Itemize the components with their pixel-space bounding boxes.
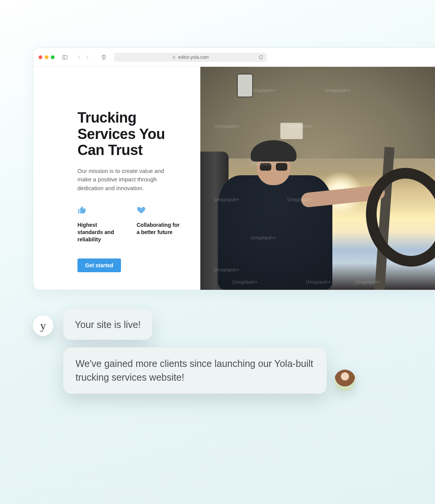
sidebar-toggle-icon[interactable] — [61, 54, 68, 61]
watermark: Unsplash+ — [214, 267, 239, 273]
svg-rect-3 — [173, 57, 175, 59]
cta-label: Get started — [85, 262, 113, 268]
brand-avatar-letter: y — [40, 319, 46, 332]
watermark: Unsplash+ — [232, 279, 258, 285]
get-started-button[interactable]: Get started — [77, 258, 121, 272]
feature-item-collaborating: Collaborating for a better future — [137, 205, 180, 243]
chat-bubble-brand: Your site is live! — [63, 309, 152, 340]
heart-icon — [137, 205, 180, 216]
feature-label: Collaborating for a better future — [137, 221, 180, 236]
feature-item-standards: Highest standards and reliability — [77, 205, 121, 243]
browser-window: editor.yola.com Trucking Services You Ca… — [33, 47, 435, 290]
browser-chrome: editor.yola.com — [33, 48, 435, 67]
brand-avatar: y — [33, 315, 53, 336]
watermark: Unsplash+ — [355, 279, 380, 285]
reload-icon[interactable] — [258, 55, 264, 60]
hero-subtitle: Our mission is to create value and make … — [77, 167, 177, 193]
feature-label: Highest standards and reliability — [77, 221, 121, 243]
watermark: Unsplash+ — [251, 235, 276, 241]
nav-forward-button[interactable] — [84, 54, 90, 61]
window-minimize-button[interactable] — [45, 55, 48, 59]
chat-bubble-text: Your site is live! — [75, 319, 141, 330]
address-bar-host: editor.yola.com — [178, 55, 209, 60]
watermark: Unsplash+ — [251, 161, 276, 166]
browser-viewport: Trucking Services You Can Trust Our miss… — [33, 67, 435, 290]
window-zoom-button[interactable] — [51, 55, 55, 59]
window-controls — [39, 55, 55, 59]
watermark: Unsplash+ — [214, 123, 239, 129]
watermark: Unsplash+ — [214, 197, 239, 202]
nav-back-button[interactable] — [76, 54, 83, 61]
lock-icon — [172, 55, 176, 59]
chat-bubble-user: We've gained more clients since launchin… — [63, 347, 327, 394]
hero-image: Unsplash+ Unsplash+ Unsplash+ Unsplash+ … — [200, 67, 435, 290]
thumbs-up-icon — [77, 205, 121, 216]
svg-rect-0 — [63, 55, 67, 59]
window-close-button[interactable] — [39, 55, 42, 59]
watermark: Unsplash+ — [287, 123, 313, 129]
watermark: Unsplash+ — [287, 197, 313, 202]
watermark: Unsplash+ — [306, 279, 331, 285]
chat-bubble-text: We've gained more clients since launchin… — [76, 358, 313, 383]
watermark: Unsplash+ — [325, 87, 350, 93]
address-bar[interactable]: editor.yola.com — [114, 53, 267, 62]
privacy-shield-icon[interactable] — [100, 54, 107, 61]
hero-section: Trucking Services You Can Trust Our miss… — [33, 67, 200, 290]
watermark: Unsplash+ — [251, 87, 276, 93]
user-avatar — [334, 370, 356, 391]
hero-title: Trucking Services You Can Trust — [77, 110, 180, 158]
